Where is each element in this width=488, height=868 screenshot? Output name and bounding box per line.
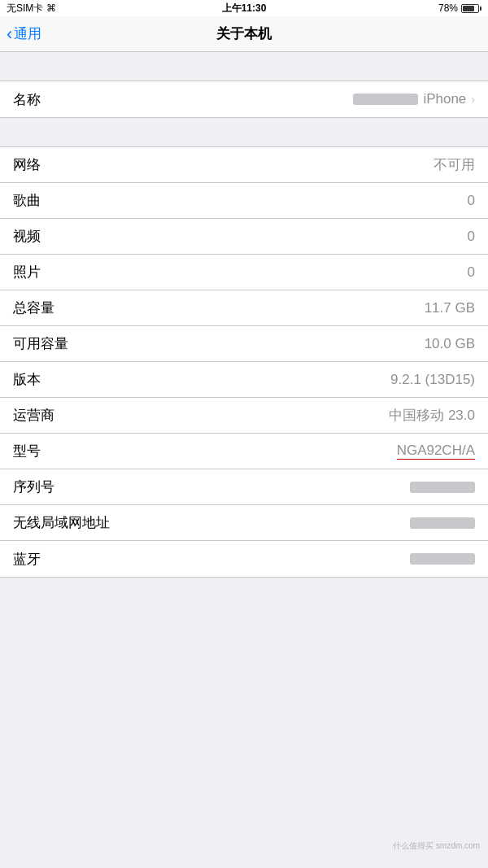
row-value-2: 0 bbox=[468, 229, 475, 245]
battery-icon bbox=[461, 4, 481, 13]
row-value-7: 中国移动 23.0 bbox=[389, 406, 475, 425]
row-value-6: 9.2.1 (13D15) bbox=[390, 372, 475, 388]
status-bar: 无SIM卡 ⌘ 上午11:30 78% bbox=[0, 0, 488, 16]
info-row-9: 序列号 bbox=[0, 469, 488, 505]
row-label-3: 照片 bbox=[13, 263, 41, 281]
back-label: 通用 bbox=[14, 24, 41, 43]
name-blurred bbox=[353, 94, 418, 105]
info-row-8: 型号NGA92CH/A bbox=[0, 434, 488, 469]
carrier-label: 无SIM卡 bbox=[7, 2, 43, 15]
wifi-icon: ⌘ bbox=[46, 2, 56, 14]
info-row-10: 无线局域网地址 bbox=[0, 505, 488, 541]
info-row-0: 网络不可用 bbox=[0, 147, 488, 183]
info-row-2: 视频0 bbox=[0, 219, 488, 255]
row-value-8: NGA92CH/A bbox=[397, 443, 475, 460]
iphone-label: iPhone bbox=[423, 91, 466, 107]
chevron-right-icon: › bbox=[471, 93, 475, 106]
row-label-2: 视频 bbox=[13, 227, 41, 246]
row-value-1: 0 bbox=[468, 193, 475, 209]
row-value-11 bbox=[410, 553, 475, 565]
row-label-10: 无线局域网地址 bbox=[13, 513, 110, 532]
status-right: 78% bbox=[438, 2, 481, 14]
row-label-7: 运营商 bbox=[13, 406, 54, 425]
row-label-4: 总容量 bbox=[13, 299, 54, 317]
row-label-6: 版本 bbox=[13, 370, 41, 389]
name-label: 名称 bbox=[13, 90, 41, 109]
row-label-0: 网络 bbox=[13, 155, 41, 174]
row-label-5: 可用容量 bbox=[13, 334, 68, 353]
info-row-1: 歌曲0 bbox=[0, 183, 488, 219]
back-button[interactable]: ‹ 通用 bbox=[7, 24, 41, 43]
row-label-9: 序列号 bbox=[13, 478, 54, 496]
row-value-9 bbox=[410, 482, 475, 493]
info-row-5: 可用容量10.0 GB bbox=[0, 326, 488, 362]
watermark: 什么值得买 smzdm.com bbox=[393, 840, 480, 852]
nav-bar: ‹ 通用 关于本机 bbox=[0, 16, 488, 52]
blurred-value-11 bbox=[410, 553, 475, 565]
info-row-4: 总容量11.7 GB bbox=[0, 290, 488, 326]
row-value-4: 11.7 GB bbox=[425, 300, 475, 316]
name-value: iPhone › bbox=[353, 91, 475, 107]
info-row-6: 版本9.2.1 (13D15) bbox=[0, 362, 488, 398]
info-row-3: 照片0 bbox=[0, 255, 488, 290]
chevron-left-icon: ‹ bbox=[7, 25, 12, 43]
info-row-11: 蓝牙 bbox=[0, 541, 488, 577]
row-value-3: 0 bbox=[468, 264, 475, 281]
page-title: 关于本机 bbox=[216, 24, 272, 43]
row-label-1: 歌曲 bbox=[13, 191, 41, 210]
info-section: 网络不可用歌曲0视频0照片0总容量11.7 GB可用容量10.0 GB版本9.2… bbox=[0, 146, 488, 578]
row-value-5: 10.0 GB bbox=[425, 336, 475, 352]
model-underlined: NGA92CH/A bbox=[397, 443, 475, 460]
row-label-11: 蓝牙 bbox=[13, 550, 41, 569]
row-value-0: 不可用 bbox=[434, 155, 475, 174]
section-gap-2 bbox=[0, 118, 488, 146]
name-row[interactable]: 名称 iPhone › bbox=[0, 81, 488, 117]
name-section: 名称 iPhone › bbox=[0, 81, 488, 118]
info-row-7: 运营商中国移动 23.0 bbox=[0, 398, 488, 434]
battery-percent: 78% bbox=[438, 2, 458, 14]
blurred-value-9 bbox=[410, 482, 475, 493]
section-gap-1 bbox=[0, 52, 488, 81]
status-left: 无SIM卡 ⌘ bbox=[7, 2, 56, 15]
row-label-8: 型号 bbox=[13, 442, 41, 460]
blurred-value-10 bbox=[410, 517, 475, 529]
status-time: 上午11:30 bbox=[222, 2, 267, 15]
row-value-10 bbox=[410, 517, 475, 529]
